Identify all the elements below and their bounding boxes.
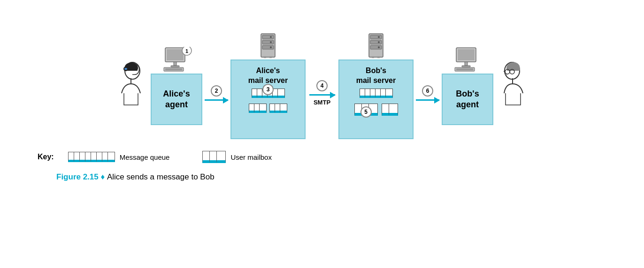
key-mailbox-visual bbox=[202, 151, 226, 163]
arrow-6: 6 bbox=[414, 85, 442, 101]
svg-point-17 bbox=[270, 41, 272, 43]
step-6-circle: 6 bbox=[422, 85, 433, 97]
alice-mail-server-box: Alice's mail server bbox=[230, 60, 306, 139]
step-3-circle: 3 bbox=[262, 84, 274, 95]
alice-person-icon bbox=[115, 60, 147, 112]
arrow-2: 2 bbox=[202, 85, 230, 101]
bob-server-queues: 5 bbox=[339, 89, 413, 116]
bob-mail-server-label: Bob's mail server bbox=[356, 64, 396, 89]
step-4-circle: 4 bbox=[316, 80, 328, 91]
bob-computer-icon bbox=[452, 47, 483, 74]
key-section: Key: Message queue bbox=[38, 144, 625, 165]
svg-rect-33 bbox=[462, 66, 470, 67]
svg-text:1: 1 bbox=[185, 48, 188, 54]
alice-person bbox=[113, 60, 148, 112]
svg-rect-20 bbox=[269, 56, 272, 58]
alice-agent-section: 1 Alice's agent bbox=[151, 47, 202, 125]
svg-point-26 bbox=[378, 41, 380, 43]
bob-person bbox=[496, 60, 531, 112]
svg-point-25 bbox=[378, 36, 380, 38]
svg-rect-9 bbox=[165, 68, 182, 70]
key-message-queue-label: Message queue bbox=[120, 153, 170, 161]
svg-rect-31 bbox=[458, 49, 475, 60]
arrow-4-smtp: 4 SMTP bbox=[306, 80, 338, 106]
key-label: Key: bbox=[38, 153, 54, 161]
svg-point-18 bbox=[270, 46, 272, 48]
key-user-mailbox-label: User mailbox bbox=[230, 153, 272, 161]
alice-server-icon bbox=[255, 33, 281, 60]
alice-mail-server-section: Alice's mail server bbox=[230, 33, 306, 139]
key-message-queue: Message queue bbox=[68, 152, 170, 162]
svg-line-39 bbox=[504, 71, 505, 72]
svg-rect-14 bbox=[262, 40, 274, 44]
bob-mail-server-box: Bob's mail server bbox=[338, 60, 414, 139]
alice-computer-icon: 1 bbox=[161, 47, 192, 74]
alice-agent-box: Alice's agent bbox=[151, 74, 202, 125]
svg-rect-24 bbox=[370, 45, 382, 49]
alice-agent-label: Alice's agent bbox=[163, 89, 190, 111]
bob-server-icon bbox=[363, 33, 389, 60]
bob-person-icon bbox=[497, 60, 530, 112]
key-queue-visual bbox=[68, 152, 115, 162]
svg-rect-13 bbox=[262, 35, 274, 39]
figure-caption: Figure 2.15 ♦ Alice sends a message to B… bbox=[38, 170, 625, 182]
svg-rect-19 bbox=[264, 56, 266, 58]
bottom-section: Key: Message queue bbox=[19, 144, 625, 182]
svg-point-27 bbox=[378, 46, 380, 48]
svg-rect-29 bbox=[377, 56, 380, 58]
bob-agent-label: Bob's agent bbox=[456, 89, 479, 111]
svg-rect-7 bbox=[171, 66, 179, 67]
svg-rect-35 bbox=[456, 68, 473, 70]
svg-rect-22 bbox=[370, 35, 382, 39]
bob-agent-box: Bob's agent bbox=[442, 74, 493, 125]
main-diagram-row: 1 Alice's agent 2 bbox=[19, 33, 625, 139]
svg-rect-23 bbox=[370, 40, 382, 44]
svg-rect-5 bbox=[167, 49, 184, 60]
svg-rect-32 bbox=[465, 62, 468, 66]
figure-num: Figure 2.15 bbox=[56, 172, 99, 181]
svg-rect-2 bbox=[124, 68, 127, 70]
figure-diamond: ♦ bbox=[101, 172, 107, 181]
key-user-mailbox: User mailbox bbox=[202, 151, 272, 163]
step-5-circle: 5 bbox=[360, 106, 372, 118]
figure-title: Alice sends a message to Bob bbox=[107, 172, 215, 181]
svg-point-16 bbox=[270, 36, 272, 38]
alice-message-queue: 3 bbox=[231, 89, 305, 113]
svg-rect-6 bbox=[174, 62, 176, 66]
bob-agent-section: Bob's agent bbox=[442, 47, 493, 125]
smtp-label: SMTP bbox=[314, 99, 330, 106]
bob-mail-server-section: Bob's mail server bbox=[338, 33, 414, 139]
step-2-circle: 2 bbox=[211, 85, 222, 97]
diagram-container: 1 Alice's agent 2 bbox=[0, 0, 644, 268]
svg-rect-28 bbox=[372, 56, 374, 58]
svg-rect-15 bbox=[262, 45, 274, 49]
